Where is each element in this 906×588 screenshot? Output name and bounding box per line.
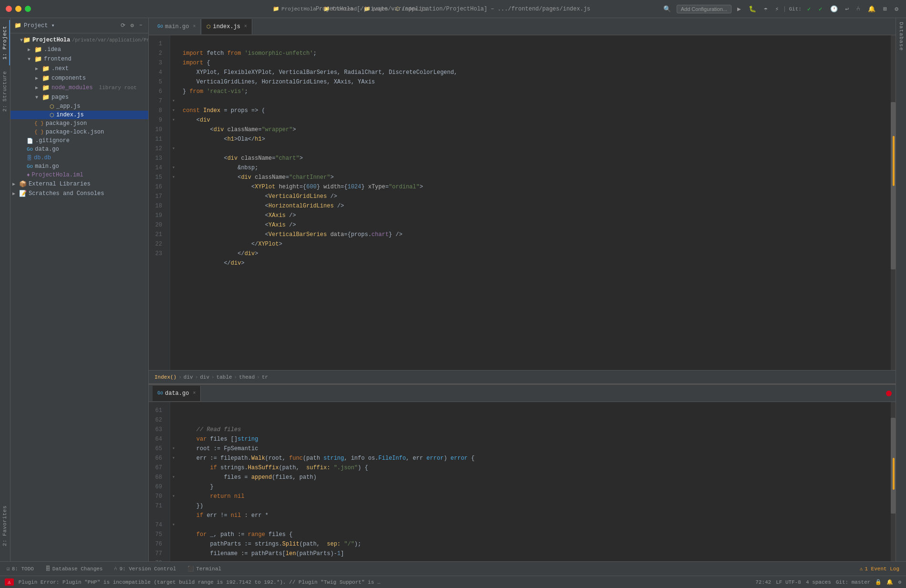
code-content-top: 1 2 3 4 5 6 7 8 9 10 (149, 35, 896, 370)
event-label: 1 Event Log (865, 566, 899, 572)
notification-icon[interactable]: 🔔 (866, 4, 877, 14)
tree-external-libs[interactable]: ▶ 📦 External Libraries (10, 179, 148, 189)
db-changes-label: Database Changes (52, 566, 103, 572)
bc-tr: tr (262, 374, 268, 380)
bc-div2: div (200, 374, 209, 380)
editor-area: Go main.go × ⬡ index.js × (149, 18, 896, 561)
sync-icon[interactable]: ⟳ (119, 21, 127, 30)
tree-index-js[interactable]: ▶ ⬡ index.js (10, 111, 148, 119)
tree-root[interactable]: ▼ 📁 ProjectHola /private/var/application… (10, 35, 148, 45)
editor-top: Go main.go × ⬡ index.js × (149, 18, 896, 385)
search-icon[interactable]: 🔍 (661, 4, 673, 14)
event-icon: ⚠ (860, 566, 863, 572)
bc-thead: thead (239, 374, 255, 380)
git-revert-icon[interactable]: ↩ (844, 4, 851, 14)
tree-package-lock[interactable]: ▶ { } package-lock.json (10, 128, 148, 136)
folder-icon: 📁 (273, 6, 279, 12)
content-area: 1: Project 2: Structure 2: Favorites 📁 P… (0, 18, 906, 561)
tree-db[interactable]: ▶ 🗄 db.db (10, 154, 148, 162)
editor-tab-index-js[interactable]: ⬡ index.js × (202, 19, 252, 34)
terminal-label: Terminal (196, 566, 221, 572)
add-config-button[interactable]: Add Configuration... (677, 5, 731, 13)
maximize-button[interactable] (25, 6, 31, 12)
git-check-icon[interactable]: ✓ (805, 4, 813, 14)
git-check2-icon[interactable]: ✓ (817, 4, 824, 14)
notification-status-icon: 🔔 (886, 579, 893, 585)
todo-tab[interactable]: ☑ 8: TODO (5, 565, 36, 573)
tree-data-go[interactable]: ▶ Go data.go (10, 145, 148, 154)
tree-frontend[interactable]: ▼ 📁 frontend (10, 54, 148, 64)
tree-package-json[interactable]: ▶ { } package.json (10, 119, 148, 128)
db-icon: 🗄 (45, 566, 51, 572)
tree-app-js[interactable]: ▶ ⬡ _app.js (10, 102, 148, 111)
split-editor: Go main.go × ⬡ index.js × (149, 18, 896, 561)
lock-icon: 🔒 (875, 579, 882, 585)
tree-pages[interactable]: ▼ 📁 pages (10, 93, 148, 102)
tree-components[interactable]: ▶ 📁 components (10, 73, 148, 83)
vtab-favorites[interactable]: 2: Favorites (0, 500, 10, 552)
code-content-bottom: 61 62 63 64 65 66 67 68 69 70 (149, 402, 896, 561)
scrollbar-bottom[interactable] (891, 402, 896, 561)
tree-main-go[interactable]: ▶ Go main.go (10, 162, 148, 171)
tree-iml[interactable]: ▶ ♦ ProjectHola.iml (10, 171, 148, 179)
main-content: 1: Project 2: Structure 2: Favorites 📁 P… (0, 18, 906, 588)
event-log-tab[interactable]: ⚠ 1 Event Log (858, 565, 901, 573)
hide-sidebar-icon[interactable]: – (137, 21, 144, 30)
status-message: Plugin Error: Plugin "PHP" is incompatib… (19, 579, 382, 585)
status-bar: ⚠ Plugin Error: Plugin "PHP" is incompat… (0, 576, 906, 588)
right-panel: Database (896, 18, 906, 561)
tab-close-js[interactable]: × (244, 24, 247, 29)
editor-bottom-tabs: Go data.go × (149, 385, 896, 402)
editor-breadcrumb: Index() › div › div › table › thead › tr (149, 370, 896, 383)
fold-markers-bottom: ▾ ▾ ▾ ▾ ▾ (170, 402, 177, 561)
profile-icon[interactable]: ⚡ (773, 4, 781, 14)
todo-icon: ☑ (7, 566, 10, 572)
tool-bar-bottom: ☑ 8: TODO 🗄 Database Changes ⑃ 9: Versio… (0, 561, 906, 576)
go-icon-bottom: Go (157, 391, 163, 396)
vtab-structure[interactable]: 2: Structure (0, 65, 10, 117)
editor-tab-main-go[interactable]: Go main.go × (153, 19, 201, 34)
git-history-icon[interactable]: 🕐 (828, 4, 840, 14)
close-button[interactable] (6, 6, 12, 12)
scrollbar-top[interactable] (891, 35, 896, 370)
vtab-project[interactable]: 1: Project (0, 20, 10, 65)
settings-icon[interactable]: ⚙ (893, 4, 900, 14)
tab-main-go-label: main.go (165, 23, 189, 30)
code-lines-top[interactable]: import fetch from 'isomorphic-unfetch'; … (177, 35, 891, 370)
zoom-icon[interactable]: ⊞ (881, 4, 889, 14)
settings-sidebar-icon[interactable]: ⚙ (129, 21, 136, 30)
project-dropdown[interactable]: Project ▾ (24, 22, 55, 29)
code-editor-top: 1 2 3 4 5 6 7 8 9 10 (149, 35, 896, 370)
line-numbers-bottom: 61 62 63 64 65 66 67 68 69 70 (149, 402, 170, 561)
minimize-button[interactable] (15, 6, 21, 12)
code-lines-bottom[interactable]: // Read files var files []string root :=… (177, 402, 891, 561)
sidebar-header-left: 📁 Project ▾ (14, 22, 57, 29)
editor-bottom: Go data.go × 61 (149, 385, 896, 561)
settings-status-icon: ⚙ (898, 579, 901, 585)
tb-project: ProjectHola (281, 6, 316, 12)
db-changes-tab[interactable]: 🗄 Database Changes (43, 565, 105, 573)
run-icon[interactable]: ▶ (735, 4, 743, 14)
git-branches-icon[interactable]: ⑃ (855, 4, 862, 13)
sidebar-tree: ▼ 📁 ProjectHola /private/var/application… (10, 33, 148, 561)
terminal-tab[interactable]: ⬛ Terminal (185, 565, 223, 573)
tree-node-modules[interactable]: ▶ 📁 node_modules library root (10, 83, 148, 93)
tree-next[interactable]: ▶ 📁 .next (10, 64, 148, 73)
cursor-position: 72:42 (755, 579, 771, 585)
version-control-tab[interactable]: ⑃ 9: Version Control (112, 565, 178, 573)
tab-data-go-label: data.go (165, 390, 189, 397)
titlebar-title: ProjectHola [/private/var/application/Pr… (316, 6, 590, 12)
coverage-icon[interactable]: ☂ (762, 4, 770, 14)
debug-icon[interactable]: 🐛 (747, 4, 758, 14)
tree-gitignore[interactable]: ▶ 📄 .gitignore (10, 136, 148, 145)
tab-close-data-go[interactable]: × (193, 391, 196, 396)
vc-icon: ⑃ (114, 566, 117, 572)
tab-close-go[interactable]: × (193, 24, 196, 29)
tree-scratches[interactable]: ▶ 📝 Scratches and Consoles (10, 189, 148, 198)
editor-tab-data-go[interactable]: Go data.go × (153, 386, 201, 401)
vc-label: 9: Version Control (119, 566, 176, 572)
tree-idea[interactable]: ▶ 📁 .idea (10, 45, 148, 54)
go-icon-tab: Go (157, 24, 163, 29)
bc-table: table (216, 374, 232, 380)
database-panel-label[interactable]: Database (898, 22, 904, 51)
